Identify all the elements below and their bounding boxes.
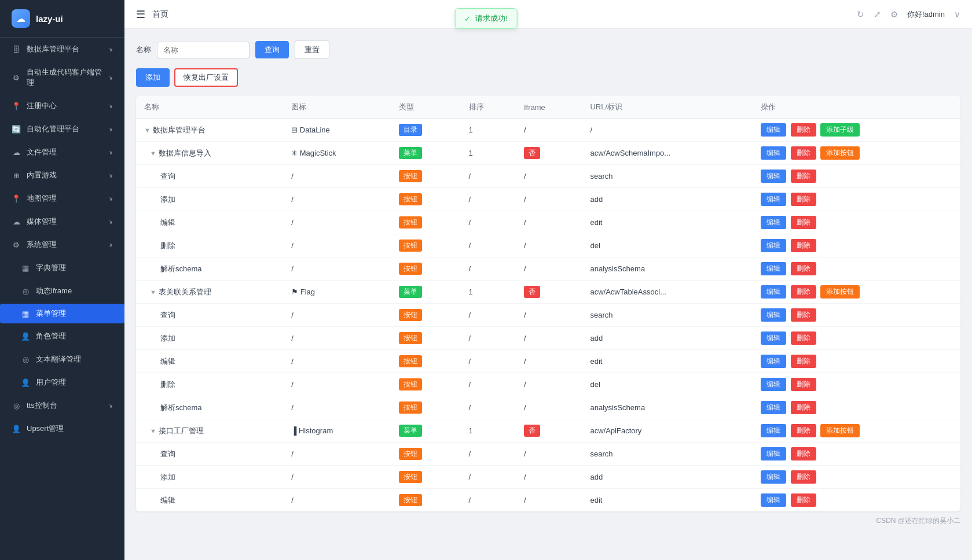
delete-button[interactable]: 删除 — [791, 447, 816, 460]
collapse-icon[interactable]: ▼ — [150, 428, 156, 434]
upsert-label: Upsert管理 — [27, 423, 64, 434]
row-url: edit — [582, 211, 752, 234]
row-actions: 编辑 删除 添加子级 — [753, 119, 960, 142]
edit-button[interactable]: 编辑 — [761, 493, 786, 507]
edit-button[interactable]: 编辑 — [761, 470, 786, 484]
db-mgmt-icon: 🗄 — [12, 45, 21, 54]
sidebar-item-media-mgmt[interactable]: ☁ 媒体管理 ∨ — [0, 210, 124, 233]
delete-button[interactable]: 删除 — [791, 424, 816, 437]
table-row: ▼表关联关系管理 ⚑ Flag 菜单 1 否 acw/AcwTableAssoc… — [136, 281, 960, 304]
upsert-icon: 👤 — [12, 424, 21, 433]
delete-button[interactable]: 删除 — [791, 401, 816, 414]
row-name: ▼数据库信息导入 — [136, 142, 283, 165]
map-mgmt-icon: 📍 — [12, 194, 21, 203]
table-row: ▼接口工厂管理 ▐ Histogram 菜单 1 否 acw/ApiFactor… — [136, 419, 960, 443]
delete-button[interactable]: 删除 — [791, 216, 816, 229]
sidebar-item-register[interactable]: 📍 注册中心 ∨ — [0, 94, 124, 117]
refresh-icon[interactable]: ↻ — [857, 9, 864, 20]
sidebar-item-sys-mgmt[interactable]: ⚙ 系统管理 ∧ — [0, 233, 124, 256]
delete-button[interactable]: 删除 — [791, 331, 816, 345]
row-type: 按钮 — [391, 257, 460, 281]
delete-button[interactable]: 删除 — [791, 470, 816, 484]
row-url: acw/ApiFactory — [582, 419, 752, 443]
fullscreen-icon[interactable]: ⤢ — [874, 9, 881, 20]
delete-button[interactable]: 删除 — [791, 262, 816, 275]
sidebar-item-upsert[interactable]: 👤 Upsert管理 — [0, 417, 124, 440]
delete-button[interactable]: 删除 — [791, 170, 816, 183]
sidebar-item-map-mgmt[interactable]: 📍 地图管理 ∨ — [0, 187, 124, 210]
collapse-icon[interactable]: ▼ — [144, 127, 151, 134]
collapse-icon[interactable]: ▼ — [150, 289, 156, 296]
delete-button[interactable]: 删除 — [791, 193, 816, 206]
table-row: ▼数据库管理平台 ⊟ DataLine 目录 1 / / 编辑 删除 添加子级 — [136, 119, 960, 142]
delete-button[interactable]: 删除 — [791, 378, 816, 391]
delete-button[interactable]: 删除 — [791, 146, 816, 160]
edit-button[interactable]: 编辑 — [761, 308, 786, 322]
edit-button[interactable]: 编辑 — [761, 193, 786, 206]
sidebar-item-auto-mgmt[interactable]: 🔄 自动化管理平台 ∨ — [0, 117, 124, 141]
table-row: 解析schema / 按钮 / / analysisSchema 编辑 删除 — [136, 396, 960, 419]
user-dropdown-icon[interactable]: ∨ — [954, 9, 960, 20]
row-iframe: / — [516, 211, 582, 234]
reset-button[interactable]: 重置 — [295, 40, 329, 59]
sidebar-item-db-mgmt[interactable]: 🗄 数据库管理平台 ∨ — [0, 38, 124, 61]
delete-button[interactable]: 删除 — [791, 123, 816, 137]
sidebar-item-dynamic-iframe[interactable]: ◎ 动态iframe — [0, 279, 124, 303]
sidebar-item-translate-mgmt[interactable]: ◎ 文本翻译管理 — [0, 348, 124, 371]
add-btn-button[interactable]: 添加按钮 — [820, 424, 860, 437]
edit-button[interactable]: 编辑 — [761, 262, 786, 275]
header-right: ↻ ⤢ ⚙ 你好!admin ∨ — [857, 9, 960, 20]
app-name: lazy-ui — [36, 14, 63, 24]
row-type: 菜单 — [391, 419, 460, 443]
restore-button[interactable]: 恢复出厂设置 — [174, 68, 238, 87]
menu-table: 名称 图标 类型 排序 Iframe URL/标识 操作 ▼数据库管理平台 ⊟ … — [136, 96, 960, 511]
row-order: / — [461, 188, 516, 211]
sidebar-item-tts[interactable]: ◎ tts控制台 ∨ — [0, 394, 124, 417]
register-icon: 📍 — [12, 101, 21, 110]
auto-mgmt-label: 自动化管理平台 — [27, 124, 79, 134]
table-row: 添加 / 按钮 / / add 编辑 删除 — [136, 327, 960, 350]
delete-button[interactable]: 删除 — [791, 308, 816, 322]
toast-message: 请求成功! — [475, 13, 508, 24]
menu-toggle-icon[interactable]: ☰ — [136, 8, 145, 21]
settings-icon[interactable]: ⚙ — [890, 9, 898, 20]
sidebar-item-role-mgmt[interactable]: 👤 角色管理 — [0, 325, 124, 348]
delete-button[interactable]: 删除 — [791, 355, 816, 368]
sidebar-item-code-gen[interactable]: ⚙ 自动生成代码客户端管理 ∨ — [0, 61, 124, 94]
breadcrumb: 首页 — [152, 9, 168, 20]
add-child-button[interactable]: 添加子级 — [820, 123, 860, 137]
edit-button[interactable]: 编辑 — [761, 123, 786, 137]
user-label[interactable]: 你好!admin — [907, 9, 945, 20]
sidebar-item-dict-mgmt[interactable]: ▦ 字典管理 — [0, 256, 124, 279]
edit-button[interactable]: 编辑 — [761, 447, 786, 460]
col-actions: 操作 — [753, 96, 960, 119]
row-iframe: 否 — [516, 419, 582, 443]
row-url: acw/AcwTableAssoci... — [582, 281, 752, 304]
edit-button[interactable]: 编辑 — [761, 378, 786, 391]
table-row: 添加 / 按钮 / / add 编辑 删除 — [136, 188, 960, 211]
edit-button[interactable]: 编辑 — [761, 239, 786, 252]
edit-button[interactable]: 编辑 — [761, 146, 786, 160]
edit-button[interactable]: 编辑 — [761, 170, 786, 183]
edit-button[interactable]: 编辑 — [761, 401, 786, 414]
sidebar-item-menu-mgmt[interactable]: ▦ 菜单管理 — [0, 304, 124, 323]
edit-button[interactable]: 编辑 — [761, 424, 786, 437]
edit-button[interactable]: 编辑 — [761, 355, 786, 368]
edit-button[interactable]: 编辑 — [761, 331, 786, 345]
delete-button[interactable]: 删除 — [791, 493, 816, 507]
sidebar-item-user-mgmt[interactable]: 👤 用户管理 — [0, 371, 124, 394]
delete-button[interactable]: 删除 — [791, 239, 816, 252]
collapse-icon[interactable]: ▼ — [150, 150, 156, 157]
edit-button[interactable]: 编辑 — [761, 216, 786, 229]
delete-button[interactable]: 删除 — [791, 285, 816, 299]
query-button[interactable]: 查询 — [255, 41, 289, 58]
sidebar-item-built-in[interactable]: ⊕ 内置游戏 ∨ — [0, 164, 124, 187]
add-btn-button[interactable]: 添加按钮 — [820, 146, 860, 160]
sidebar-item-file-mgmt[interactable]: ☁ 文件管理 ∨ — [0, 141, 124, 164]
add-btn-button[interactable]: 添加按钮 — [820, 285, 860, 299]
edit-button[interactable]: 编辑 — [761, 285, 786, 299]
add-button[interactable]: 添加 — [136, 68, 170, 87]
media-mgmt-icon: ☁ — [12, 217, 21, 226]
name-filter-input[interactable] — [157, 42, 250, 58]
db-mgmt-label: 数据库管理平台 — [27, 44, 79, 54]
